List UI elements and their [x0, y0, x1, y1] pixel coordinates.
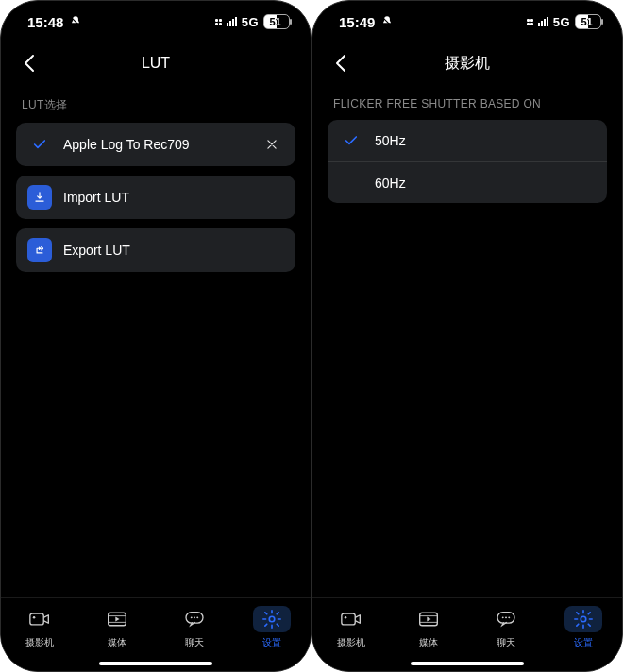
network-type: 5G	[553, 15, 570, 29]
tab-bar: 摄影机 媒体 聊天 设置	[1, 597, 311, 671]
page-title: LUT	[1, 55, 311, 72]
status-bar: 15:48 5G 51	[1, 1, 311, 42]
page-title: 摄影机	[312, 54, 622, 74]
svg-point-12	[502, 616, 504, 618]
camera-icon	[332, 606, 370, 632]
option-label: 60Hz	[375, 176, 406, 191]
chat-icon	[176, 606, 213, 632]
tab-camera[interactable]: 摄影机	[312, 598, 390, 671]
svg-point-1	[33, 616, 36, 619]
tab-label: 设置	[574, 636, 593, 649]
phone-right: 15:49 5G 51 摄影机 FLICKER FREE SHUTTER BAS…	[312, 0, 623, 672]
tab-label: 聊天	[185, 636, 204, 649]
lut-list: Apple Log To Rec709 Import LUT Export LU…	[1, 123, 311, 272]
option-label: 50Hz	[375, 133, 406, 148]
svg-point-6	[196, 616, 198, 618]
home-indicator[interactable]	[411, 662, 524, 665]
flicker-options: 50Hz 60Hz	[328, 120, 607, 203]
nav-header: LUT	[1, 42, 311, 84]
import-lut-label: Import LUT	[63, 190, 284, 205]
tab-settings[interactable]: 设置	[233, 598, 311, 671]
option-60hz[interactable]: 60Hz	[328, 161, 607, 203]
section-label: LUT选择	[1, 84, 311, 123]
check-icon	[339, 133, 363, 148]
dual-sim-icon	[215, 19, 222, 25]
battery-icon: 51	[263, 14, 290, 29]
svg-point-4	[191, 616, 193, 618]
close-icon[interactable]	[260, 138, 284, 151]
export-lut-button[interactable]: Export LUT	[16, 228, 295, 272]
camera-icon	[21, 606, 59, 632]
network-type: 5G	[242, 15, 259, 29]
svg-point-5	[194, 616, 195, 618]
tab-chat[interactable]: 聊天	[467, 598, 545, 671]
download-icon	[27, 185, 52, 210]
tab-label: 媒体	[108, 636, 126, 649]
tab-chat[interactable]: 聊天	[156, 598, 233, 671]
svg-point-15	[581, 616, 586, 622]
tab-label: 媒体	[419, 636, 438, 649]
section-label: FLICKER FREE SHUTTER BASED ON	[312, 84, 622, 120]
share-arrow-icon	[27, 238, 52, 262]
tab-label: 摄影机	[337, 636, 365, 649]
dual-sim-icon	[527, 19, 533, 25]
svg-point-13	[505, 616, 507, 618]
status-time: 15:48	[27, 14, 63, 30]
svg-point-14	[508, 616, 510, 618]
media-icon	[410, 606, 447, 632]
battery-icon: 51	[575, 14, 601, 29]
home-indicator[interactable]	[99, 662, 212, 665]
check-icon	[27, 137, 52, 152]
tab-media[interactable]: 媒体	[78, 598, 156, 671]
status-time: 15:49	[339, 14, 375, 30]
signal-icon	[227, 17, 237, 26]
lut-selected-label: Apple Log To Rec709	[63, 137, 248, 152]
option-50hz[interactable]: 50Hz	[328, 120, 607, 161]
svg-rect-0	[30, 613, 43, 625]
chat-icon	[487, 606, 525, 632]
phone-left: 15:48 5G 51 LUT LUT选择	[0, 0, 312, 672]
export-lut-label: Export LUT	[63, 243, 284, 258]
tab-label: 设置	[262, 636, 281, 649]
svg-point-7	[269, 616, 275, 622]
tab-label: 摄影机	[25, 636, 54, 649]
status-bar: 15:49 5G 51	[312, 1, 622, 42]
bell-off-icon	[69, 15, 82, 28]
signal-icon	[538, 17, 548, 26]
gear-icon	[564, 606, 602, 632]
tab-camera[interactable]: 摄影机	[1, 598, 78, 671]
svg-point-9	[345, 616, 347, 619]
tab-label: 聊天	[497, 636, 515, 649]
gear-icon	[253, 606, 291, 632]
lut-selected-row[interactable]: Apple Log To Rec709	[16, 123, 295, 166]
nav-header: 摄影机	[312, 42, 622, 84]
import-lut-button[interactable]: Import LUT	[16, 176, 295, 219]
bell-off-icon	[380, 15, 394, 28]
svg-rect-8	[342, 613, 355, 625]
tab-settings[interactable]: 设置	[545, 598, 622, 671]
media-icon	[98, 606, 136, 632]
tab-media[interactable]: 媒体	[390, 598, 467, 671]
tab-bar: 摄影机 媒体 聊天 设置	[312, 597, 622, 671]
